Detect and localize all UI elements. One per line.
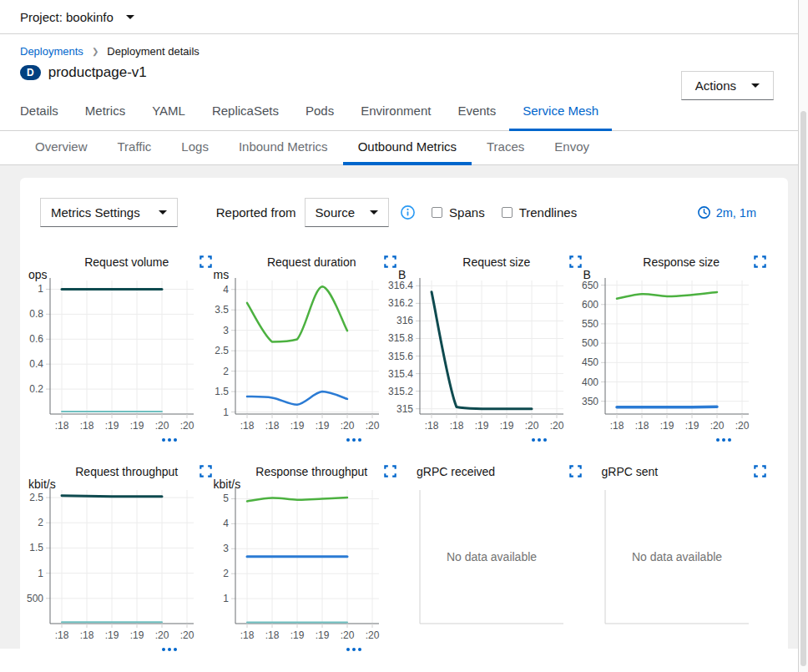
svg-text::19: :19: [290, 629, 304, 641]
svg-text::19: :19: [105, 420, 119, 432]
chart-canvas: No data available: [410, 483, 583, 642]
tab-details[interactable]: Details: [7, 93, 72, 131]
vertical-scrollbar[interactable]: [798, 0, 808, 672]
chevron-down-icon: [126, 15, 134, 19]
page-title: productpage-v1: [48, 64, 147, 81]
time-range-control[interactable]: 2m, 1m: [698, 206, 756, 220]
tab-pods[interactable]: Pods: [292, 93, 347, 131]
chart-kebab-menu[interactable]: [225, 648, 362, 654]
expand-icon[interactable]: [569, 465, 582, 480]
content-area: Metrics Settings Reported from Source Sp…: [0, 165, 808, 649]
chart-title: Response size: [643, 255, 720, 269]
expand-icon[interactable]: [569, 255, 582, 270]
scrollbar-thumb[interactable]: [800, 111, 806, 666]
actions-button[interactable]: Actions: [681, 71, 774, 100]
reported-from-dropdown[interactable]: Source: [305, 198, 390, 227]
subtab-outbound-metrics[interactable]: Outbound Metrics: [343, 131, 472, 165]
subtab-overview[interactable]: Overview: [20, 131, 103, 165]
chart-canvas: B 316.4316.2316315.8315.6315.4315.2315:1…: [410, 274, 583, 432]
tab-environment[interactable]: Environment: [347, 93, 444, 131]
svg-text::20: :20: [365, 629, 379, 641]
subtab-logs[interactable]: Logs: [166, 131, 224, 165]
trendlines-checkbox-label: Trendlines: [519, 205, 577, 220]
chart-title: Response throughput: [255, 465, 367, 478]
tab-events[interactable]: Events: [444, 93, 509, 131]
chart-request-throughput: Request throughput kbit/s 2.521.51500:18…: [40, 465, 214, 654]
svg-text::18: :18: [634, 420, 649, 432]
chart-unit-label: ms: [214, 268, 230, 281]
chart-response-size: Response size B 650600550500450400350:18…: [595, 255, 769, 445]
expand-icon[interactable]: [199, 255, 212, 270]
svg-text:450: 450: [581, 356, 598, 368]
svg-text:316: 316: [396, 315, 413, 326]
metrics-settings-dropdown[interactable]: Metrics Settings: [40, 198, 178, 227]
svg-text::18: :18: [80, 629, 94, 641]
expand-icon[interactable]: [754, 465, 766, 480]
chart-kebab-menu[interactable]: [595, 438, 732, 445]
svg-text::20: :20: [155, 420, 169, 432]
svg-text::18: :18: [425, 420, 439, 432]
svg-text::19: :19: [105, 629, 119, 641]
chart-kebab-menu[interactable]: [410, 438, 547, 445]
tab-replicasets[interactable]: ReplicaSets: [199, 93, 292, 131]
expand-icon[interactable]: [384, 465, 396, 480]
svg-text:3.5: 3.5: [215, 304, 229, 316]
expand-icon[interactable]: [199, 465, 212, 480]
charts-grid: Request volume ops 10.80.60.40.2:18:18:1…: [40, 255, 768, 654]
tab-service-mesh[interactable]: Service Mesh: [509, 93, 612, 131]
reported-from-label: Reported from: [216, 205, 296, 220]
chart-request-duration: Request duration ms 43.532.521.51:18:18:…: [225, 255, 399, 445]
chart-kebab-menu[interactable]: [40, 438, 177, 445]
svg-text:1: 1: [223, 593, 229, 604]
svg-text::18: :18: [265, 629, 279, 641]
svg-text::20: :20: [180, 420, 194, 432]
svg-text::18: :18: [450, 420, 464, 432]
svg-text:400: 400: [581, 376, 598, 388]
chart-kebab-menu[interactable]: [40, 648, 177, 654]
svg-text:500: 500: [27, 593, 43, 604]
svg-text:5: 5: [223, 493, 229, 504]
chart-unit-label: ops: [28, 268, 48, 281]
project-selector-label: Project: bookinfo: [20, 10, 114, 24]
project-selector[interactable]: Project: bookinfo: [0, 0, 808, 34]
svg-text:315.2: 315.2: [388, 386, 413, 397]
svg-text::19: :19: [500, 420, 514, 432]
svg-text:500: 500: [581, 337, 598, 349]
svg-text::20: :20: [735, 420, 749, 432]
svg-text:No data available: No data available: [631, 550, 721, 563]
chevron-down-icon: [159, 210, 167, 215]
svg-text:1: 1: [223, 407, 229, 418]
svg-text::20: :20: [525, 420, 539, 432]
subtab-envoy[interactable]: Envoy: [539, 131, 604, 165]
svg-text::18: :18: [240, 629, 254, 641]
chart-kebab-menu[interactable]: [225, 438, 362, 445]
tab-metrics[interactable]: Metrics: [72, 93, 139, 131]
svg-text:316.2: 316.2: [388, 297, 413, 309]
svg-text:2.5: 2.5: [215, 345, 229, 356]
subtab-traffic[interactable]: Traffic: [103, 131, 167, 165]
info-icon[interactable]: [401, 205, 415, 220]
chevron-down-icon: [751, 83, 760, 88]
chart-grpc-sent: gRPC sent No data available: [595, 465, 769, 654]
chart-request-volume: Request volume ops 10.80.60.40.2:18:18:1…: [40, 255, 214, 445]
actions-button-label: Actions: [695, 78, 736, 93]
spans-checkbox[interactable]: Spans: [432, 205, 485, 220]
breadcrumb-deployments-link[interactable]: Deployments: [20, 45, 83, 58]
svg-text:2: 2: [223, 568, 229, 579]
svg-text:1.5: 1.5: [215, 386, 229, 397]
breadcrumb: Deployments ❯ Deployment details: [20, 45, 788, 58]
reported-from-value: Source: [316, 205, 356, 220]
chart-title: Request throughput: [75, 465, 178, 478]
subtab-traces[interactable]: Traces: [472, 131, 539, 165]
chart-grpc-received: gRPC received No data available: [410, 465, 583, 654]
svg-text:2: 2: [38, 517, 43, 528]
tab-yaml[interactable]: YAML: [139, 93, 199, 131]
metrics-settings-label: Metrics Settings: [51, 205, 140, 220]
subtab-inbound-metrics[interactable]: Inbound Metrics: [224, 131, 343, 165]
expand-icon[interactable]: [754, 255, 766, 270]
chart-request-size: Request size B 316.4316.2316315.8315.631…: [410, 255, 583, 445]
expand-icon[interactable]: [384, 255, 396, 270]
svg-text::20: :20: [340, 420, 354, 432]
trendlines-checkbox[interactable]: Trendlines: [502, 205, 577, 220]
chart-title: Request volume: [84, 255, 169, 269]
